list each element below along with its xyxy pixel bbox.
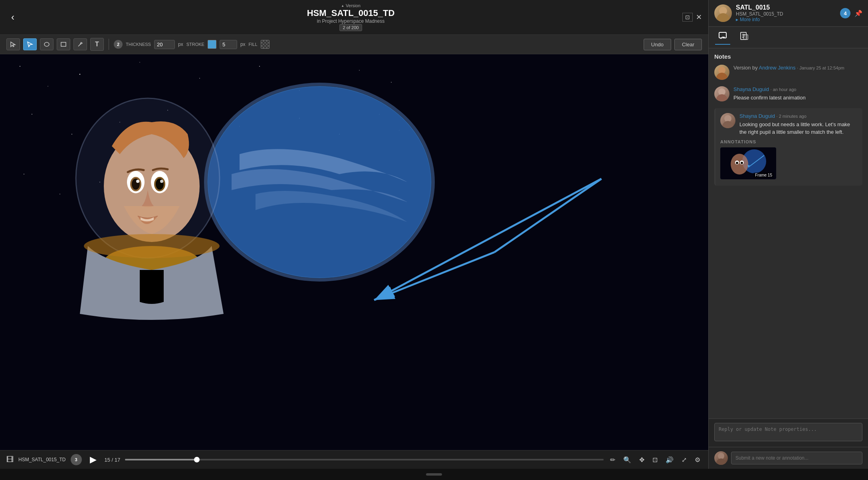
note-author-shayna1: Shayna Duguid · an hour ago	[733, 86, 862, 92]
comments-tab[interactable]	[715, 30, 730, 45]
expand-button[interactable]: ⊡	[682, 13, 693, 22]
panel-title: SATL_0015	[736, 4, 836, 11]
svg-point-58	[722, 121, 733, 128]
new-note-input[interactable]	[731, 452, 862, 464]
svg-point-14	[32, 114, 32, 115]
svg-point-56	[716, 94, 727, 101]
bottom-handle[interactable]	[426, 473, 442, 476]
clear-button[interactable]: Clear	[674, 39, 702, 50]
svg-point-8	[139, 62, 140, 62]
frame-counter: 15 / 17	[105, 457, 121, 463]
timeline-bar[interactable]	[125, 459, 604, 460]
note-avatar-shayna1	[714, 86, 729, 101]
note-author-link[interactable]: Andrew Jenkins	[759, 65, 796, 71]
note-text-shayna1: Please confirm latest animation	[733, 94, 862, 102]
note-body-version: Version by Andrew Jenkins · January 25 a…	[733, 65, 862, 80]
svg-point-10	[259, 66, 260, 67]
svg-point-5	[20, 66, 20, 67]
rect-tool-button[interactable]	[57, 38, 70, 50]
svg-point-54	[716, 73, 727, 80]
svg-point-24	[59, 194, 60, 194]
more-info-button[interactable]: More info	[736, 17, 836, 22]
svg-point-61	[731, 154, 748, 175]
new-note-area	[709, 447, 868, 469]
panel-title-group: SATL_0015 HSM_SATL_0015_TD More info	[736, 4, 836, 22]
video-title: HSM_SATL_0015_TD	[307, 8, 395, 18]
undo-button[interactable]: Undo	[644, 39, 671, 50]
loop-button[interactable]: ⊡	[651, 454, 659, 465]
settings-button[interactable]: ⚙	[693, 454, 702, 465]
svg-point-9	[199, 78, 200, 79]
svg-point-6	[48, 86, 48, 87]
thickness-label: THICKNESS	[126, 42, 151, 47]
svg-rect-2	[61, 42, 66, 46]
svg-point-12	[359, 70, 360, 71]
pin-button[interactable]: 📌	[854, 10, 862, 17]
prev-button[interactable]: ‹	[6, 10, 19, 24]
new-note-avatar	[714, 451, 728, 465]
shayna2-link[interactable]: Shayna Duguid	[739, 113, 775, 119]
panel-tabs	[709, 27, 868, 48]
pencil-button[interactable]: ✏	[608, 454, 617, 465]
play-button[interactable]: ▶	[87, 454, 100, 466]
frame-badge: 2 of 200	[339, 24, 363, 31]
note-body-shayna1: Shayna Duguid · an hour ago Please confi…	[733, 86, 862, 102]
text-tool-button[interactable]: T	[90, 38, 104, 51]
note-card-shayna2: Shayna Duguid · 2 minutes ago Looking go…	[714, 108, 862, 186]
svg-point-68	[718, 453, 724, 459]
right-panel: SATL_0015 HSM_SATL_0015_TD More info 4 📌…	[708, 0, 868, 469]
note-time-shayna2: · 2 minutes ago	[777, 114, 807, 119]
stroke-input[interactable]	[220, 40, 237, 49]
volume-button[interactable]: 🔊	[664, 454, 675, 465]
stroke-color-swatch[interactable]	[208, 40, 216, 49]
svg-point-69	[716, 458, 726, 465]
layer-badge: 2	[114, 40, 123, 49]
search-button[interactable]: 🔍	[622, 454, 633, 465]
timeline-handle[interactable]	[194, 457, 200, 462]
thickness-input[interactable]	[154, 40, 175, 49]
fill-color-swatch[interactable]	[261, 40, 270, 49]
note-body-shayna2: Shayna Duguid · 2 minutes ago Looking go…	[739, 113, 858, 136]
pen-tool-button[interactable]	[73, 38, 87, 50]
versions-tab[interactable]	[737, 30, 752, 45]
notes-section: Notes Version by Andrew Jenkins · Januar…	[709, 48, 868, 419]
note-text-shayna2: Looking good but needs a little work. Le…	[739, 121, 858, 136]
badge-3-circle: 3	[71, 454, 82, 465]
select-tool-button[interactable]	[6, 38, 20, 50]
svg-point-64	[736, 162, 738, 164]
video-controls: 🎞 HSM_SATL_0015_TD 3 ▶ 15 / 17 ✏ 🔍 ✥ ⊡ 🔊…	[0, 450, 708, 469]
bottom-strip	[0, 469, 868, 480]
reply-input[interactable]	[714, 423, 862, 441]
shayna1-link[interactable]: Shayna Duguid	[733, 86, 769, 92]
svg-point-15	[71, 134, 72, 135]
arrow-tool-button[interactable]	[23, 38, 37, 50]
header-center: Version HSM_SATL_0015_TD in Project Hype…	[307, 3, 395, 31]
note-card-header: Shayna Duguid · 2 minutes ago Looking go…	[720, 113, 858, 136]
file-name-label: HSM_SATL_0015_TD	[18, 457, 66, 462]
close-button[interactable]: ✕	[696, 13, 702, 22]
note-avatar-andrew	[714, 65, 729, 80]
panel-header-avatar	[714, 4, 732, 22]
note-author-version: Version by Andrew Jenkins · January 25 a…	[733, 65, 862, 71]
svg-line-3	[78, 46, 79, 46]
svg-point-46	[717, 13, 729, 22]
svg-point-7	[79, 74, 80, 75]
project-name: in Project Hyperspace Madness	[317, 18, 384, 24]
fullscreen-button[interactable]: ⤢	[680, 454, 688, 465]
note-time-shayna1: · an hour ago	[771, 87, 797, 92]
move-button[interactable]: ✥	[638, 454, 646, 465]
svg-point-40	[84, 234, 220, 258]
svg-point-34	[136, 180, 139, 183]
svg-point-38	[160, 180, 163, 183]
annotation-thumbnail[interactable]: Frame 15	[720, 147, 776, 179]
note-item-version: Version by Andrew Jenkins · January 25 a…	[714, 65, 862, 80]
timeline-progress	[125, 459, 197, 460]
thickness-unit: px	[178, 42, 183, 47]
film-strip-button[interactable]: 🎞	[6, 456, 14, 464]
video-section: ‹ Version HSM_SATL_0015_TD in Project Hy…	[0, 0, 708, 469]
ellipse-tool-button[interactable]	[40, 38, 54, 50]
svg-line-0	[29, 45, 30, 47]
svg-point-1	[44, 42, 49, 46]
svg-point-13	[391, 82, 392, 83]
note-author-shayna2: Shayna Duguid · 2 minutes ago	[739, 113, 858, 119]
